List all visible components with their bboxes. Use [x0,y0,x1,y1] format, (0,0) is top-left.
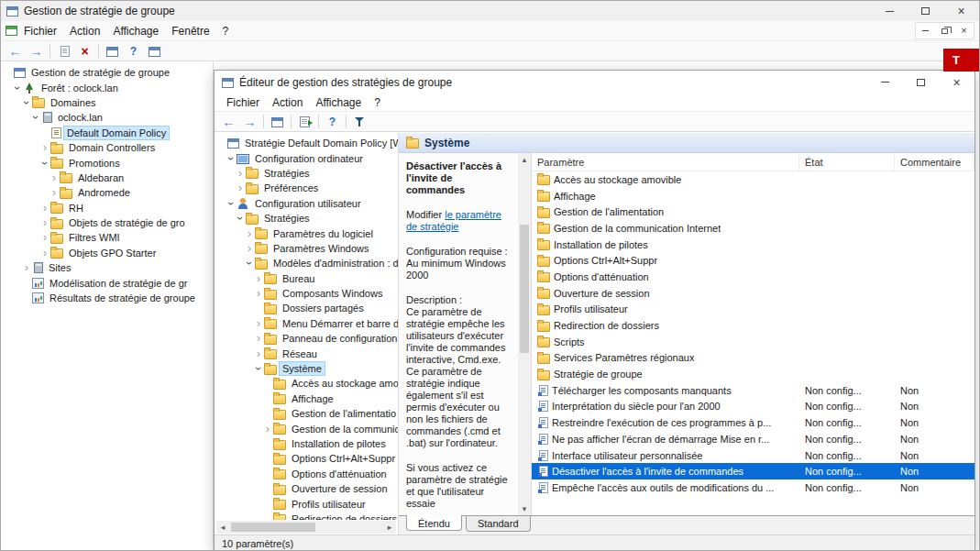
tree-item-andromede[interactable]: ›Andromede [1,185,213,200]
tree-item-sites[interactable]: ›Sites [1,260,213,275]
mdi-minimize-button[interactable] [916,23,935,39]
tree-item-modeles-d-administration-de[interactable]: ›Modèles d'administration : dé [215,256,398,270]
tree-item-redirection-de-dossiers[interactable]: Redirection de dossiers [215,512,398,520]
maximize-button[interactable] [908,1,943,21]
tree-item-dossiers-partages[interactable]: Dossiers partagés [215,301,398,315]
tree-item-panneau-de-configuration[interactable]: ›Panneau de configuration [215,331,398,346]
setting-row-gestion-de-la-communication-internet[interactable]: Gestion de la communication Internet [532,220,974,237]
toolbar-button-window-icon[interactable] [102,42,123,61]
column-header-etat[interactable]: État [799,153,895,171]
horizontal-scrollbar-thumb[interactable] [231,523,315,532]
menu-item-fenetre[interactable]: Fenêtre [165,22,215,40]
tree-item-options-d-attenuation[interactable]: Options d'atténuation [215,467,398,481]
setting-row-scripts[interactable]: Scripts [532,334,974,350]
column-header-parametre[interactable]: Paramètre [532,153,799,171]
setting-row-ouverture-de-session[interactable]: Ouverture de session [532,285,974,302]
tree-item-ouverture-de-session[interactable]: Ouverture de session [215,481,398,496]
tree-item-domain-controllers[interactable]: ›Domain Controllers [1,140,213,155]
tree-item-options-ctrl-alt-suppr[interactable]: Options Ctrl+Alt+Suppr [215,451,398,466]
editor-close-button[interactable]: × [939,71,974,94]
expand-arrow-icon[interactable]: › [253,288,264,299]
expand-arrow-icon[interactable]: › [244,228,255,239]
tree-item-parametres-du-logiciel[interactable]: ›Paramètres du logiciel [215,226,398,240]
setting-row-empeche-l-acces-aux-outils-de-modifications-du[interactable]: Empêche l'accès aux outils de modificati… [532,479,974,496]
expand-arrow-icon[interactable]: › [253,273,264,284]
setting-row-interpretation-du-siecle-pour-l-an-2000[interactable]: Interprétation du siècle pour l'an 2000N… [532,399,974,415]
description-scrollbar[interactable]: ▴ ▾ [518,153,531,515]
setting-row-strategie-de-groupe[interactable]: Stratégie de groupe [532,366,974,382]
tree-item-aldebaran[interactable]: ›Aldebaran [1,171,213,185]
tree-item-objets-gpo-starter[interactable]: ›Objets GPO Starter [1,246,213,260]
expand-arrow-icon[interactable]: › [244,243,255,254]
menu-item-fichier[interactable]: Fichier [220,94,266,112]
menu-item-affichage[interactable]: Affichage [106,22,165,40]
tree-item-filtres-wmi[interactable]: ›Filtres WMI [1,230,213,245]
tree-item-acces-au-stockage-amov[interactable]: Accès au stockage amov [215,376,398,391]
editor-maximize-button[interactable] [903,71,939,94]
toolbar-button-back-arrow-icon[interactable] [218,113,239,131]
tree-item-affichage[interactable]: Affichage [215,391,398,406]
setting-row-restreindre-l-execution-de-ces-programmes-a-p[interactable]: Restreindre l'exécution de ces programme… [532,414,974,431]
mdi-restore-button[interactable] [935,23,954,39]
tree-item-strategies[interactable]: ›Stratégies [215,211,398,226]
expand-arrow-icon[interactable]: › [253,333,264,344]
tree-item-foret-oclock-lan[interactable]: ›Forêt : oclock.lan [1,80,213,94]
toolbar-button-help-icon[interactable] [123,42,144,61]
tree-item-rh[interactable]: ›RH [1,201,213,215]
column-header-commentaire[interactable]: Commentaire [895,153,974,171]
scroll-up-icon[interactable]: ▴ [518,153,531,166]
expand-arrow-icon[interactable]: › [39,232,50,243]
tree-item-strategies[interactable]: ›Stratégies [215,166,398,181]
tree-item-profils-utilisateur[interactable]: Profils utilisateur [215,496,398,511]
tab-etendu[interactable]: Étendu [406,515,462,531]
expand-arrow-icon[interactable]: › [49,172,60,183]
toolbar-button-back-arrow-icon[interactable] [5,42,26,61]
tree-item-gestion-de-strategie-de-groupe[interactable]: Gestion de stratégie de groupe [1,65,213,80]
tree-item-parametres-windows[interactable]: ›Paramètres Windows [215,241,398,256]
tree-item-modelisation-de-strategie-de-gr[interactable]: Modélisation de stratégie de gr [1,275,213,290]
menu-item-fichier[interactable]: Fichier [17,22,63,40]
collapse-arrow-icon[interactable]: › [244,258,255,269]
collapse-arrow-icon[interactable]: › [39,158,50,169]
tree-item-promotions[interactable]: ›Promotions [1,155,213,170]
tree-item-menu-demarrer-et-barre-de[interactable]: ›Menu Démarrer et barre de [215,316,398,331]
setting-row-profils-utilisateur[interactable]: Profils utilisateur [532,302,974,318]
setting-row-gestion-de-l-alimentation[interactable]: Gestion de l'alimentation [532,204,974,220]
menu-item-action[interactable]: Action [266,94,309,112]
tree-item-gestion-de-l-alimentatio[interactable]: Gestion de l'alimentatio [215,406,398,421]
menu-item-[interactable]: ? [368,94,387,112]
setting-row-services-parametres-regionaux[interactable]: Services Paramètres régionaux [532,350,974,367]
setting-row-interface-utilisateur-personnalisee[interactable]: Interface utilisateur personnaliséeNon c… [532,447,974,464]
expand-arrow-icon[interactable]: › [39,203,50,214]
collapse-arrow-icon[interactable]: › [226,198,237,209]
collapse-arrow-icon[interactable]: › [12,83,23,94]
setting-row-acces-au-stockage-amovible[interactable]: Accès au stockage amovible [532,171,974,188]
scroll-left-icon[interactable]: ◂ [216,521,229,534]
scroll-right-icon[interactable]: ▸ [383,521,396,534]
expand-arrow-icon[interactable]: › [235,182,246,193]
tree-item-configuration-utilisateur[interactable]: ›Configuration utilisateur [215,196,398,211]
expand-arrow-icon[interactable]: › [253,318,264,329]
expand-arrow-icon[interactable]: › [235,168,246,179]
setting-row-installation-de-pilotes[interactable]: Installation de pilotes [532,237,974,253]
close-button[interactable]: × [943,1,979,21]
menu-item-affichage[interactable]: Affichage [309,94,368,112]
toolbar-button-export-list-icon[interactable] [294,113,315,131]
tree-item-resultats-de-strategie-de-groupe[interactable]: Résultats de stratégie de groupe [1,291,213,305]
menu-item-action[interactable]: Action [63,22,106,40]
tree-item-objets-de-strategie-de-gro[interactable]: ›Objets de stratégie de gro [1,215,213,230]
tab-standard[interactable]: Standard [466,516,531,532]
menu-item-[interactable]: ? [216,22,236,40]
vertical-scrollbar-thumb[interactable] [520,225,529,353]
collapse-arrow-icon[interactable]: › [226,153,237,164]
expand-arrow-icon[interactable]: › [253,348,264,359]
tree-item-domaines[interactable]: ›Domaines [1,95,213,110]
toolbar-button-window-icon[interactable] [267,113,288,131]
tree-item-installation-de-pilotes[interactable]: Installation de pilotes [215,436,398,451]
minimize-button[interactable] [872,1,908,21]
setting-row-options-ctrl-alt-suppr[interactable]: Options Ctrl+Alt+Suppr [532,252,974,269]
tree-item-systeme[interactable]: ›Système [215,361,398,376]
mdi-close-button[interactable]: × [954,23,974,39]
tree-item-composants-windows[interactable]: ›Composants Windows [215,286,398,301]
toolbar-button-delete-icon[interactable] [74,42,95,61]
